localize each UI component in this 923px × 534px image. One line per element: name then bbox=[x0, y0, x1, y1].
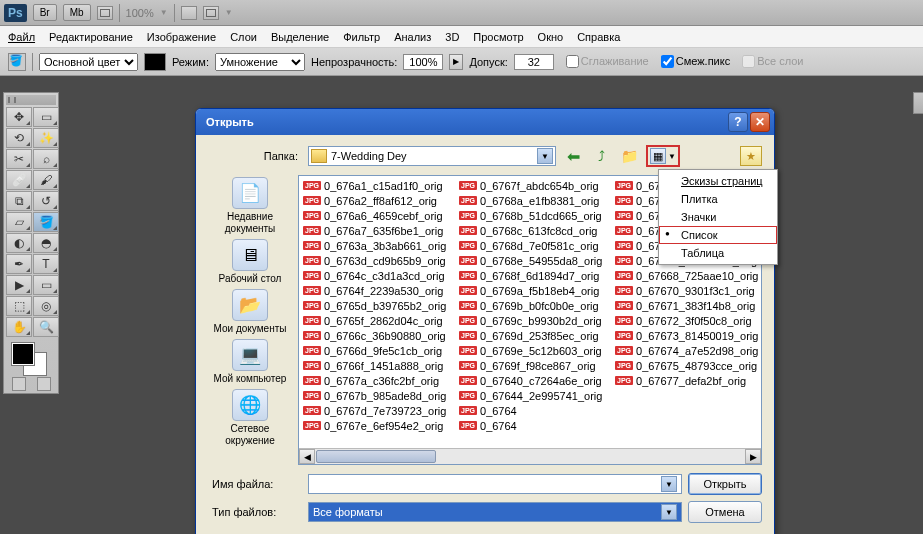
file-item[interactable]: JPG0_6768b_51dcd665_orig bbox=[457, 208, 605, 223]
filename-combobox[interactable]: ▼ bbox=[308, 474, 682, 494]
brush-tool[interactable]: 🖌 bbox=[33, 170, 59, 190]
menu-window[interactable]: Окно bbox=[538, 31, 564, 43]
place-mydocs[interactable]: 📂Мои документы bbox=[208, 289, 292, 335]
file-item[interactable]: JPG0_6769e_5c12b603_orig bbox=[457, 343, 605, 358]
file-item[interactable]: JPG0_67673_81450019_orig bbox=[613, 328, 761, 343]
place-network[interactable]: 🌐Сетевое окружение bbox=[208, 389, 292, 447]
cancel-button[interactable]: Отмена bbox=[688, 501, 762, 523]
quickmask-toggle[interactable] bbox=[12, 377, 26, 391]
file-item[interactable]: JPG0_6765d_b39765b2_orig bbox=[301, 298, 449, 313]
file-item[interactable]: JPG0_676a6_4659cebf_orig bbox=[301, 208, 449, 223]
contiguous-checkbox[interactable] bbox=[661, 55, 674, 68]
blend-mode-select[interactable]: Умножение bbox=[215, 53, 305, 71]
file-item[interactable]: JPG0_6767f_abdc654b_orig bbox=[457, 178, 605, 193]
view-details[interactable]: Таблица bbox=[659, 244, 777, 262]
nav-favorites-button[interactable]: ★ bbox=[740, 146, 762, 166]
fill-source-select[interactable]: Основной цвет bbox=[39, 53, 138, 71]
crop-tool[interactable]: ✂ bbox=[6, 149, 32, 169]
marquee-tool[interactable]: ▭ bbox=[33, 107, 59, 127]
extras-button[interactable] bbox=[181, 6, 197, 20]
file-item[interactable]: JPG0_6768a_e1fb8381_orig bbox=[457, 193, 605, 208]
file-item[interactable]: JPG0_67640_c7264a6e_orig bbox=[457, 373, 605, 388]
menu-image[interactable]: Изображение bbox=[147, 31, 216, 43]
file-item[interactable]: JPG0_6764c_c3d1a3cd_orig bbox=[301, 268, 449, 283]
shape-tool[interactable]: ▭ bbox=[33, 275, 59, 295]
foreground-color[interactable] bbox=[12, 343, 34, 365]
menu-edit[interactable]: Редактирование bbox=[49, 31, 133, 43]
dialog-help-button[interactable]: ? bbox=[728, 112, 748, 132]
dropdown-icon[interactable]: ▼ bbox=[537, 148, 553, 164]
file-item[interactable]: JPG0_676a7_635f6be1_orig bbox=[301, 223, 449, 238]
horizontal-scrollbar[interactable]: ◀ ▶ bbox=[299, 448, 761, 464]
screenmode-toggle[interactable] bbox=[37, 377, 51, 391]
toolbox-grip[interactable] bbox=[6, 95, 56, 105]
dropdown-icon[interactable]: ▼ bbox=[661, 504, 677, 520]
blur-tool[interactable]: ◐ bbox=[6, 233, 32, 253]
bucket-tool[interactable]: 🪣 bbox=[33, 212, 59, 232]
scroll-right-button[interactable]: ▶ bbox=[745, 449, 761, 464]
wand-tool[interactable]: ✨ bbox=[33, 128, 59, 148]
opacity-arrow[interactable]: ▶ bbox=[449, 54, 463, 70]
color-swatches[interactable] bbox=[6, 341, 56, 375]
view-icons[interactable]: Значки bbox=[659, 208, 777, 226]
lasso-tool[interactable]: ⟲ bbox=[6, 128, 32, 148]
pen-tool[interactable]: ✒ bbox=[6, 254, 32, 274]
dialog-titlebar[interactable]: Открыть ? ✕ bbox=[196, 109, 774, 135]
eyedropper-tool[interactable]: ⌕ bbox=[33, 149, 59, 169]
file-item[interactable]: JPG0_6767b_985ade8d_orig bbox=[301, 388, 449, 403]
menu-help[interactable]: Справка bbox=[577, 31, 620, 43]
zoom-tool[interactable]: 🔍 bbox=[33, 317, 59, 337]
3d-tool[interactable]: ⬚ bbox=[6, 296, 32, 316]
arrange-button[interactable] bbox=[203, 6, 219, 20]
type-tool[interactable]: T bbox=[33, 254, 59, 274]
nav-up-button[interactable]: ⤴ bbox=[590, 146, 612, 166]
dropdown-icon[interactable]: ▼ bbox=[661, 476, 677, 492]
3d-camera-tool[interactable]: ◎ bbox=[33, 296, 59, 316]
eraser-tool[interactable]: ▱ bbox=[6, 212, 32, 232]
filetype-combobox[interactable]: Все форматы▼ bbox=[308, 502, 682, 522]
scroll-thumb[interactable] bbox=[316, 450, 436, 463]
file-item[interactable]: JPG0_67670_9301f3c1_orig bbox=[613, 283, 761, 298]
file-item[interactable]: JPG0_67675_48793cce_orig bbox=[613, 358, 761, 373]
menu-view[interactable]: Просмотр bbox=[473, 31, 523, 43]
place-desktop[interactable]: 🖥Рабочий стол bbox=[208, 239, 292, 285]
file-item[interactable]: JPG0_6764 bbox=[457, 418, 605, 433]
zoom-level[interactable]: 100% bbox=[126, 7, 154, 19]
panel-tab[interactable] bbox=[913, 92, 923, 114]
file-item[interactable]: JPG0_67674_a7e52d98_orig bbox=[613, 343, 761, 358]
nav-view-button-highlighted[interactable]: ▦ ▼ bbox=[646, 145, 680, 167]
file-item[interactable]: JPG0_6764f_2239a530_orig bbox=[301, 283, 449, 298]
file-item[interactable]: JPG0_6763d_cd9b65b9_orig bbox=[301, 253, 449, 268]
nav-back-button[interactable]: ⬅ bbox=[562, 146, 584, 166]
file-item[interactable]: JPG0_67668_725aae10_orig bbox=[613, 268, 761, 283]
file-item[interactable]: JPG0_6769a_f5b18eb4_orig bbox=[457, 283, 605, 298]
move-tool[interactable]: ✥ bbox=[6, 107, 32, 127]
file-item[interactable]: JPG0_6763a_3b3ab661_orig bbox=[301, 238, 449, 253]
file-item[interactable]: JPG0_6768c_613fc8cd_orig bbox=[457, 223, 605, 238]
folder-combobox[interactable]: 7-Wedding Dey ▼ bbox=[308, 146, 556, 166]
stamp-tool[interactable]: ⧉ bbox=[6, 191, 32, 211]
file-item[interactable]: JPG0_6766f_1451a888_orig bbox=[301, 358, 449, 373]
menu-3d[interactable]: 3D bbox=[445, 31, 459, 43]
path-select-tool[interactable]: ▶ bbox=[6, 275, 32, 295]
file-item[interactable]: JPG0_6766c_36b90880_orig bbox=[301, 328, 449, 343]
file-item[interactable]: JPG0_6768d_7e0f581c_orig bbox=[457, 238, 605, 253]
healing-tool[interactable]: 🩹 bbox=[6, 170, 32, 190]
view-list-selected[interactable]: Список bbox=[659, 226, 777, 244]
file-item[interactable]: JPG0_67644_2e995741_orig bbox=[457, 388, 605, 403]
minibridge-button[interactable]: Mb bbox=[63, 4, 91, 21]
file-item[interactable]: JPG0_6767a_c36fc2bf_orig bbox=[301, 373, 449, 388]
history-brush-tool[interactable]: ↺ bbox=[33, 191, 59, 211]
view-tiles[interactable]: Плитка bbox=[659, 190, 777, 208]
open-button[interactable]: Открыть bbox=[688, 473, 762, 495]
opacity-input[interactable] bbox=[403, 54, 443, 70]
tolerance-input[interactable] bbox=[514, 54, 554, 70]
file-item[interactable]: JPG0_6768f_6d1894d7_orig bbox=[457, 268, 605, 283]
file-item[interactable]: JPG0_67671_383f14b8_orig bbox=[613, 298, 761, 313]
view-thumbnails[interactable]: Эскизы страниц bbox=[659, 172, 777, 190]
file-item[interactable]: JPG0_67677_defa2bf_orig bbox=[613, 373, 761, 388]
file-item[interactable]: JPG0_6767d_7e739723_orig bbox=[301, 403, 449, 418]
bridge-button[interactable]: Br bbox=[33, 4, 57, 21]
hand-tool[interactable]: ✋ bbox=[6, 317, 32, 337]
scroll-left-button[interactable]: ◀ bbox=[299, 449, 315, 464]
